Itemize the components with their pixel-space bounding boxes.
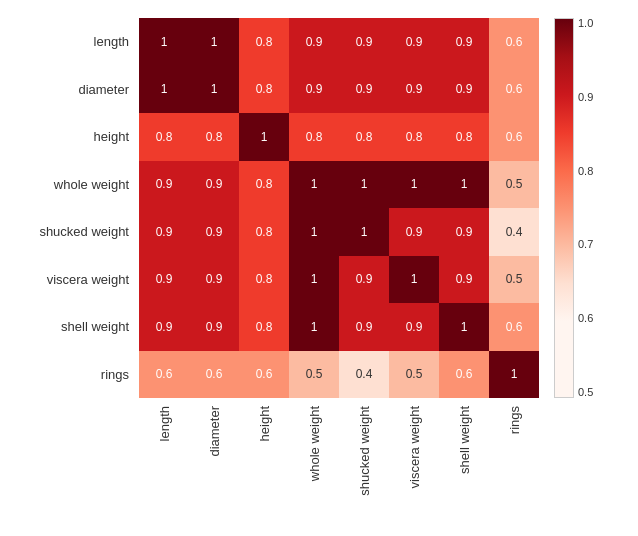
heatmap-cell: 1 [439,303,489,351]
heatmap-cell: 0.6 [439,351,489,399]
heatmap-cell: 0.5 [289,351,339,399]
col-label: viscera weight [389,400,439,520]
heatmap-cell: 0.9 [139,161,189,209]
colorbar-ticks: 1.00.90.80.70.60.5 [574,18,593,398]
col-label: diameter [189,400,239,520]
heatmap-cell: 0.6 [239,351,289,399]
row-label: whole weight [9,161,137,209]
heatmap-cell: 0.9 [289,18,339,66]
heatmap-cell: 0.8 [289,113,339,161]
heatmap-cell: 1 [289,256,339,304]
chart-container: lengthdiameterheightwhole weightshucked … [9,8,629,528]
heatmap-cell: 0.9 [439,256,489,304]
heatmap-cell: 0.4 [339,351,389,399]
heatmap-cell: 0.9 [339,256,389,304]
row-label: height [9,113,137,161]
colorbar-tick-label: 0.8 [578,166,593,177]
col-labels: lengthdiameterheightwhole weightshucked … [139,400,539,520]
heatmap-cell: 0.5 [389,351,439,399]
heatmap-cell: 1 [389,161,439,209]
heatmap-cell: 0.6 [489,66,539,114]
heatmap-cell: 0.9 [439,208,489,256]
heatmap-cell: 0.9 [189,303,239,351]
col-label: height [239,400,289,520]
heatmap-cell: 0.9 [389,303,439,351]
heatmap-cell: 1 [189,66,239,114]
row-label: length [9,18,137,66]
heatmap-cell: 1 [139,66,189,114]
heatmap-cell: 0.9 [389,18,439,66]
heatmap-cell: 1 [289,161,339,209]
heatmap-cell: 0.9 [439,66,489,114]
heatmap-cell: 1 [439,161,489,209]
heatmap-cell: 0.8 [239,303,289,351]
colorbar-tick-label: 0.9 [578,92,593,103]
row-label: rings [9,351,137,399]
heatmap-area: 110.80.90.90.90.90.6110.80.90.90.90.90.6… [139,18,539,398]
heatmap-cell: 0.8 [239,66,289,114]
heatmap-cell: 0.9 [139,256,189,304]
col-label: shell weight [439,400,489,520]
heatmap-cell: 0.9 [189,161,239,209]
heatmap-cell: 0.6 [489,113,539,161]
heatmap-cell: 0.9 [389,66,439,114]
col-label: rings [489,400,539,520]
row-label: shell weight [9,303,137,351]
col-label: length [139,400,189,520]
heatmap-cell: 0.5 [489,256,539,304]
heatmap-cell: 0.9 [139,303,189,351]
heatmap-cell: 0.5 [489,161,539,209]
colorbar [554,18,574,398]
heatmap-cell: 1 [339,161,389,209]
row-label: viscera weight [9,256,137,304]
colorbar-tick-label: 0.5 [578,387,593,398]
heatmap-cell: 1 [339,208,389,256]
heatmap-cell: 1 [389,256,439,304]
heatmap-cell: 0.9 [339,18,389,66]
heatmap-cell: 0.8 [239,18,289,66]
col-label: whole weight [289,400,339,520]
heatmap-cell: 0.9 [139,208,189,256]
heatmap-cell: 1 [189,18,239,66]
heatmap-cell: 0.6 [489,18,539,66]
heatmap-cell: 0.9 [439,18,489,66]
colorbar-tick-label: 0.6 [578,313,593,324]
heatmap-cell: 0.8 [189,113,239,161]
col-label: shucked weight [339,400,389,520]
row-labels: lengthdiameterheightwhole weightshucked … [9,18,137,398]
heatmap-cell: 1 [289,303,339,351]
heatmap-cell: 0.8 [239,256,289,304]
heatmap-cell: 1 [289,208,339,256]
heatmap-cell: 1 [139,18,189,66]
heatmap-cell: 0.6 [189,351,239,399]
heatmap-cell: 0.8 [389,113,439,161]
heatmap-cell: 0.9 [289,66,339,114]
heatmap-cell: 0.6 [139,351,189,399]
heatmap-cell: 0.8 [439,113,489,161]
heatmap-cell: 1 [239,113,289,161]
row-label: shucked weight [9,208,137,256]
colorbar-tick-label: 0.7 [578,239,593,250]
heatmap-cell: 0.9 [339,66,389,114]
heatmap-cell: 1 [489,351,539,399]
heatmap-cell: 0.9 [339,303,389,351]
colorbar-tick-label: 1.0 [578,18,593,29]
heatmap-grid: 110.80.90.90.90.90.6110.80.90.90.90.90.6… [139,18,539,398]
colorbar-container: 1.00.90.80.70.60.5 [554,18,614,398]
heatmap-cell: 0.4 [489,208,539,256]
heatmap-cell: 0.8 [239,208,289,256]
row-label: diameter [9,66,137,114]
heatmap-cell: 0.8 [239,161,289,209]
heatmap-cell: 0.8 [339,113,389,161]
heatmap-cell: 0.6 [489,303,539,351]
heatmap-cell: 0.9 [189,256,239,304]
heatmap-cell: 0.8 [139,113,189,161]
heatmap-cell: 0.9 [389,208,439,256]
heatmap-cell: 0.9 [189,208,239,256]
